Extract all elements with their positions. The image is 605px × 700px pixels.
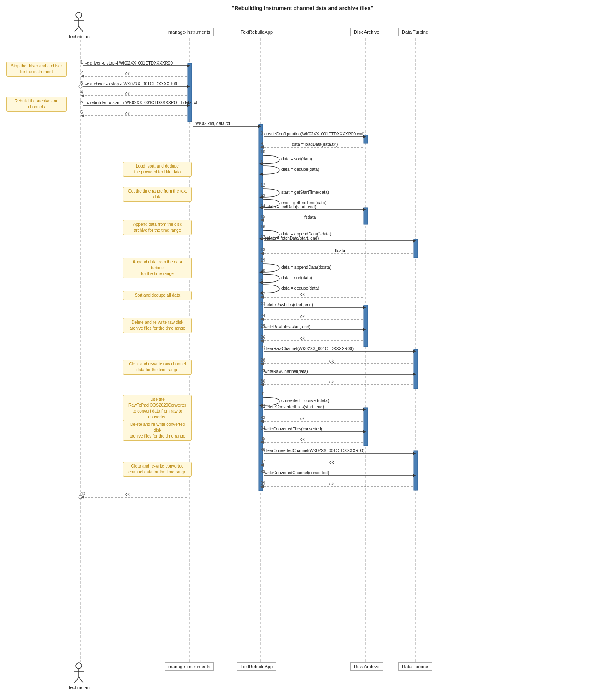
- svg-text:ok: ok: [300, 336, 305, 340]
- svg-text:11: 11: [261, 160, 266, 165]
- svg-line-176: [79, 677, 83, 683]
- comment-append-turbine: Append data from the data turbinefor the…: [123, 258, 192, 278]
- svg-text:8: 8: [261, 131, 263, 135]
- svg-text:dtdata = fetchData(start, end): dtdata = fetchData(start, end): [264, 236, 319, 240]
- svg-marker-33: [81, 94, 84, 98]
- svg-text:ok: ok: [300, 292, 305, 297]
- lifeline-data-turbine-bottom: Data Turbine: [398, 662, 432, 671]
- svg-text:deleteRawFiles(start, end): deleteRawFiles(start, end): [264, 302, 313, 307]
- svg-marker-24: [81, 75, 84, 78]
- svg-text:6: 6: [80, 110, 83, 115]
- svg-text:data = sort(data): data = sort(data): [281, 275, 312, 280]
- svg-text:data = appendData(dtdata): data = appendData(dtdata): [281, 265, 331, 270]
- comment-sort-dedupe-all: Sort and dedupe all data: [123, 291, 192, 300]
- svg-text:18: 18: [261, 248, 266, 252]
- comment-raw-to-pacioos: Use the RawToPacIOOS2020Converterto conv…: [123, 395, 192, 422]
- svg-text:writeConvertedFiles(converted): writeConvertedFiles(converted): [264, 427, 322, 431]
- svg-text:converted = convert(data): converted = convert(data): [281, 398, 329, 403]
- comment-clear-converted-channel: Clear and re-write convertedchannel data…: [123, 462, 192, 477]
- svg-text:ok: ok: [125, 91, 130, 96]
- svg-text:data = dedupe(data): data = dedupe(data): [281, 167, 319, 172]
- svg-text:31: 31: [261, 391, 266, 396]
- svg-text:writeConvertedChannel(converte: writeConvertedChannel(converted): [264, 470, 329, 475]
- svg-rect-17: [414, 349, 418, 389]
- svg-text:26: 26: [261, 335, 266, 340]
- svg-text:clearRawChannel(WK02XX_001CTDX: clearRawChannel(WK02XX_001CTDXXXXR00): [264, 346, 354, 351]
- svg-text:10: 10: [261, 150, 266, 154]
- lifeline-disk-archive-bottom: Disk Archive: [350, 662, 383, 671]
- comment-get-timerange: Get the time range from the text data: [123, 187, 192, 202]
- svg-text:ok: ok: [329, 380, 334, 384]
- svg-text:writeRawChannel(data): writeRawChannel(data): [264, 369, 308, 374]
- svg-text:dtdata: dtdata: [334, 248, 345, 253]
- svg-point-27: [79, 85, 82, 88]
- svg-text:5: 5: [80, 100, 83, 104]
- svg-point-172: [76, 663, 82, 669]
- svg-text:16: 16: [261, 225, 266, 229]
- actor-technician-bottom-label: Technician: [68, 685, 90, 690]
- svg-text:data = dedupe(data): data = dedupe(data): [281, 286, 319, 290]
- svg-text:ok: ok: [329, 460, 334, 465]
- svg-text:fsdata: fsdata: [304, 215, 316, 220]
- svg-text:2: 2: [80, 70, 83, 75]
- svg-text:-c rebuilder -o start -i WK02X: -c rebuilder -o start -i WK02XX_001CTDXX…: [85, 100, 197, 105]
- svg-text:fsdata = findData(start, end): fsdata = findData(start, end): [264, 205, 316, 209]
- svg-text:12: 12: [261, 183, 266, 188]
- svg-text:22: 22: [261, 291, 266, 296]
- svg-text:4: 4: [80, 90, 83, 95]
- comment-append-disk: Append data from the diskarchive for the…: [123, 220, 192, 235]
- comment-delete-converted-disk: Delete and re-write converted diskarchiv…: [123, 420, 192, 441]
- svg-text:24: 24: [261, 313, 266, 318]
- svg-text:1: 1: [80, 60, 83, 65]
- svg-text:35: 35: [261, 436, 266, 441]
- lifeline-textrebuildapp-bottom: TextRebuildApp: [237, 662, 276, 671]
- svg-text:clearConvertedChannel(WK02XX_0: clearConvertedChannel(WK02XX_001CTDXXXXR…: [264, 448, 364, 453]
- svg-text:28: 28: [261, 358, 266, 362]
- svg-rect-10: [188, 63, 192, 122]
- svg-text:start = getStartTime(data): start = getStartTime(data): [281, 190, 329, 195]
- svg-rect-14: [364, 305, 368, 347]
- svg-text:3: 3: [80, 81, 83, 85]
- svg-rect-11: [259, 124, 263, 491]
- svg-text:40: 40: [80, 491, 85, 496]
- diagram-svg: 1 -c driver -o stop -i WK02XX_001CTDXXXX…: [0, 0, 605, 700]
- svg-text:WK02.xml, data.txt: WK02.xml, data.txt: [195, 121, 230, 126]
- svg-text:33: 33: [261, 415, 266, 420]
- sequence-diagram: "Rebuilding instrument channel data and …: [0, 0, 605, 700]
- svg-text:-c driver -o stop -i WK02XX_00: -c driver -o stop -i WK02XX_001CTDXXXXR0…: [85, 61, 173, 65]
- svg-text:ok: ok: [125, 492, 130, 497]
- svg-rect-18: [414, 451, 418, 490]
- svg-rect-16: [414, 239, 418, 258]
- svg-rect-15: [364, 408, 368, 446]
- svg-text:7: 7: [190, 120, 192, 125]
- comment-stop-driver: Stop the driver and archiverfor the inst…: [6, 62, 67, 77]
- svg-text:ok: ok: [329, 482, 334, 486]
- svg-text:21: 21: [261, 279, 266, 283]
- lifeline-manage-instruments-bottom: manage-instruments: [165, 662, 214, 671]
- svg-text:-c archiver -o stop -i WK02XX_: -c archiver -o stop -i WK02XX_001CTDXXXX…: [85, 82, 177, 86]
- svg-text:19: 19: [261, 258, 266, 262]
- svg-text:ok: ok: [125, 111, 130, 116]
- svg-text:ok: ok: [125, 71, 130, 76]
- svg-text:writeRawFiles(start, end): writeRawFiles(start, end): [264, 325, 311, 329]
- svg-text:39: 39: [261, 481, 266, 485]
- svg-text:ok: ok: [300, 314, 305, 319]
- svg-text:20: 20: [261, 268, 266, 273]
- svg-line-175: [74, 677, 79, 683]
- svg-text:data = loadData(data.txt): data = loadData(data.txt): [292, 142, 338, 147]
- svg-text:ok: ok: [329, 359, 334, 363]
- svg-text:30: 30: [261, 379, 266, 383]
- svg-text:13: 13: [261, 193, 266, 198]
- actor-technician-bottom: Technician: [68, 662, 90, 690]
- svg-text:createConfiguration(WK02XX_001: createConfiguration(WK02XX_001CTDXXXXR00…: [264, 132, 365, 136]
- svg-text:data = sort(data): data = sort(data): [281, 157, 312, 161]
- svg-text:15: 15: [261, 214, 266, 219]
- svg-text:9: 9: [261, 141, 263, 146]
- svg-text:ok: ok: [300, 437, 305, 442]
- svg-text:ok: ok: [300, 416, 305, 421]
- svg-text:37: 37: [261, 459, 266, 464]
- comment-delete-raw-disk: Delete and re-write raw diskarchive file…: [123, 318, 192, 333]
- comment-load-sort: Load, sort, and dedupethe provided text …: [123, 162, 192, 177]
- svg-text:deleteConvertedFiles(start, en: deleteConvertedFiles(start, end): [264, 405, 324, 409]
- comment-clear-raw-channel: Clear and re-write raw channeldata for t…: [123, 360, 192, 375]
